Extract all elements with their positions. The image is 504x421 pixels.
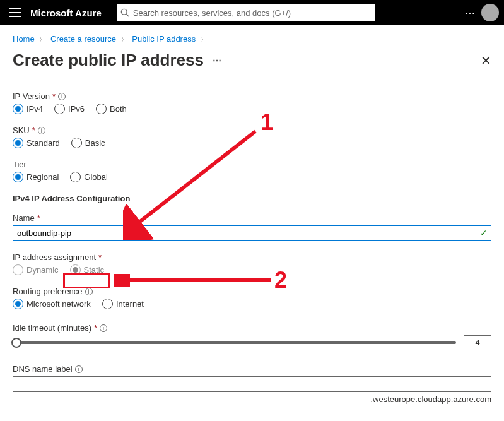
breadcrumb-public-ip[interactable]: Public IP address [132, 34, 196, 44]
hamburger-menu-button[interactable] [5, 3, 25, 23]
info-icon[interactable]: i [75, 365, 83, 373]
top-more-button[interactable]: ⋯ [459, 7, 481, 19]
radio-ms-network[interactable]: Microsoft network [13, 299, 91, 309]
sku-group: Standard Basic [13, 138, 491, 148]
ip-assignment-label: IP address assignment* [13, 252, 491, 262]
routing-label: Routing preference i [13, 287, 491, 296]
close-button[interactable]: ✕ [481, 53, 491, 68]
chevron-right-icon: 〉 [39, 36, 45, 43]
ip-version-label: IP Version* i [13, 92, 491, 101]
global-search[interactable] [117, 4, 375, 21]
svg-line-4 [126, 14, 129, 16]
dns-name-input[interactable] [13, 376, 491, 392]
sku-label: SKU* i [13, 126, 491, 135]
validation-check-icon: ✓ [480, 228, 488, 238]
radio-static: Static [70, 264, 105, 275]
radio-ipv6[interactable]: IPv6 [54, 104, 85, 114]
idle-timeout-value[interactable]: 4 [464, 335, 491, 350]
dns-label: DNS name label i [13, 364, 491, 374]
slider-thumb[interactable] [11, 338, 21, 348]
breadcrumb: Home 〉 Create a resource 〉 Public IP add… [0, 25, 504, 48]
dns-suffix-label: .westeurope.cloudapp.azure.com [13, 394, 491, 404]
tier-group: Regional Global [13, 172, 491, 182]
radio-ipv4[interactable]: IPv4 [13, 104, 43, 114]
name-label: Name* [13, 213, 491, 223]
chevron-right-icon: 〉 [201, 36, 207, 43]
routing-group: Microsoft network Internet [13, 299, 491, 309]
info-icon[interactable]: i [85, 288, 93, 295]
brand-label: Microsoft Azure [30, 8, 102, 18]
user-avatar[interactable] [481, 4, 499, 21]
search-icon [120, 8, 129, 17]
radio-basic[interactable]: Basic [71, 138, 105, 148]
info-icon[interactable]: i [58, 93, 66, 100]
info-icon[interactable]: i [38, 127, 45, 134]
search-input[interactable] [132, 8, 372, 18]
name-input[interactable] [13, 225, 491, 241]
tier-label: Tier [13, 160, 491, 169]
radio-regional[interactable]: Regional [13, 172, 59, 182]
svg-point-3 [121, 9, 127, 15]
top-nav-bar: Microsoft Azure ⋯ [0, 0, 504, 25]
breadcrumb-create-resource[interactable]: Create a resource [50, 34, 116, 44]
radio-dynamic: Dynamic [13, 264, 59, 275]
ipv4-config-heading: IPv4 IP Address Configuration [13, 194, 491, 203]
chevron-right-icon: 〉 [121, 36, 127, 43]
breadcrumb-home[interactable]: Home [13, 34, 35, 44]
ip-version-group: IPv4 IPv6 Both [13, 104, 491, 114]
info-icon[interactable]: i [100, 324, 107, 332]
radio-standard[interactable]: Standard [13, 138, 60, 148]
hamburger-icon [9, 8, 21, 17]
idle-timeout-slider[interactable] [13, 341, 456, 344]
radio-global[interactable]: Global [70, 172, 108, 182]
title-more-button[interactable]: ⋯ [213, 56, 221, 66]
page-title: Create public IP address ⋯ [13, 50, 221, 70]
ip-assignment-group: Dynamic Static [13, 264, 491, 275]
idle-timeout-label: Idle timeout (minutes)* i [13, 323, 491, 333]
radio-both[interactable]: Both [96, 104, 127, 114]
radio-internet[interactable]: Internet [102, 299, 144, 309]
